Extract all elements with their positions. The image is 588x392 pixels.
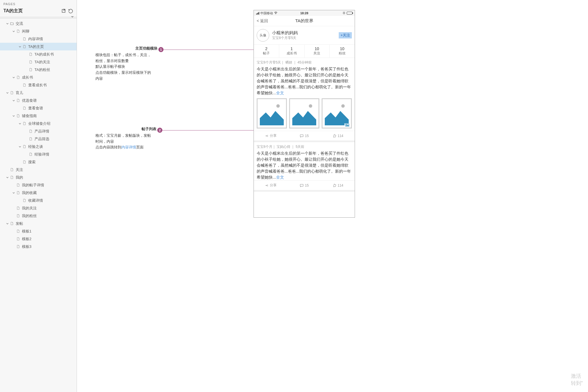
tree-item[interactable]: 我的关注 bbox=[0, 204, 77, 212]
tree-toggle-icon[interactable] bbox=[6, 222, 9, 225]
comment-button[interactable]: 15 bbox=[287, 131, 321, 140]
tree-item[interactable]: 查看成长书 bbox=[0, 81, 77, 89]
thumbnail[interactable] bbox=[257, 98, 287, 128]
tree-item[interactable]: 发帖 bbox=[0, 220, 77, 227]
tree-item[interactable]: 我的 bbox=[0, 173, 77, 181]
tree-item[interactable]: TA的主页 bbox=[0, 43, 77, 50]
tree-item[interactable]: 收藏详情 bbox=[0, 197, 77, 204]
signal-icon bbox=[256, 12, 259, 15]
tree-item[interactable]: 产品详情 bbox=[0, 127, 77, 135]
like-button[interactable]: 114 bbox=[321, 131, 355, 140]
tree-item-label: TA的关注 bbox=[34, 60, 50, 65]
tree-item[interactable]: 模板3 bbox=[0, 243, 77, 250]
share-button[interactable]: 分享 bbox=[254, 131, 287, 140]
read-more-link[interactable]: 全文 bbox=[276, 91, 284, 95]
tree-toggle-icon[interactable] bbox=[18, 45, 22, 48]
tree-item[interactable]: 育儿 bbox=[0, 89, 77, 97]
tree-toggle-icon bbox=[24, 153, 28, 156]
tree-item[interactable]: 模板1 bbox=[0, 227, 77, 235]
tree-toggle-icon[interactable] bbox=[12, 191, 15, 195]
segment-tab[interactable]: 2帖子 bbox=[254, 45, 279, 58]
share-button[interactable]: 分享 bbox=[254, 181, 287, 190]
tree-item-label: 模板3 bbox=[22, 244, 31, 249]
tree-item[interactable]: 闲聊 bbox=[0, 27, 77, 35]
tree-toggle-icon[interactable] bbox=[6, 176, 9, 179]
page-icon bbox=[16, 183, 20, 187]
page-icon bbox=[16, 29, 20, 33]
tree-item[interactable]: 我的帖子详情 bbox=[0, 181, 77, 189]
tree-item[interactable]: 关注 bbox=[0, 166, 77, 173]
tree-toggle-icon[interactable] bbox=[18, 122, 22, 125]
tree-item-label: 成长书 bbox=[22, 75, 33, 80]
tree-item[interactable]: 我的收藏 bbox=[0, 189, 77, 197]
refresh-icon[interactable] bbox=[68, 9, 73, 14]
page-icon bbox=[29, 152, 33, 156]
profile-section: 头像 小糯米的妈妈 宝宝8个月零5天 +关注 bbox=[254, 26, 355, 45]
read-more-link[interactable]: 全文 bbox=[276, 175, 284, 179]
phone-mockup: 中国移动 18:28 < 返回 TA的世界 头像 bbox=[254, 10, 355, 218]
thumbnail[interactable] bbox=[322, 98, 352, 128]
watermark: 激活 转到" bbox=[571, 373, 583, 387]
tree-item[interactable]: 经验之谈 bbox=[0, 143, 77, 150]
tree-item[interactable]: TA的粉丝 bbox=[0, 66, 77, 74]
tab-label: 关注 bbox=[305, 51, 330, 56]
page-icon bbox=[16, 99, 20, 103]
page-icon bbox=[16, 245, 20, 249]
tree-item-label: 发帖 bbox=[16, 221, 23, 226]
comment-button[interactable]: 15 bbox=[287, 181, 321, 190]
annotation-link[interactable]: 内容详情 bbox=[121, 145, 136, 149]
tree-item-label: 交流 bbox=[16, 21, 23, 26]
tree-toggle-icon[interactable] bbox=[12, 30, 15, 33]
tree-toggle-icon[interactable] bbox=[12, 99, 15, 102]
share-icon[interactable] bbox=[61, 9, 66, 14]
tree-item-label: 我的粉丝 bbox=[22, 213, 37, 219]
segment-tab[interactable]: 10粉丝 bbox=[330, 45, 355, 58]
tree-item[interactable]: 搜索 bbox=[0, 158, 77, 166]
tree-toggle-icon[interactable] bbox=[18, 145, 22, 148]
tree-item[interactable]: 我的粉丝 bbox=[0, 212, 77, 220]
tree-item[interactable]: 产品筛选 bbox=[0, 135, 77, 143]
tree-item[interactable]: TA的成长书 bbox=[0, 50, 77, 58]
tree-item-label: 我的 bbox=[16, 175, 23, 180]
tree-toggle-icon bbox=[18, 107, 22, 110]
tree-item[interactable]: 交流 bbox=[0, 20, 77, 27]
back-button[interactable]: < 返回 bbox=[257, 19, 268, 24]
tree-item[interactable]: 全球辅食介绍 bbox=[0, 120, 77, 127]
canvas[interactable]: 1 主页功能模块 模块包括：帖子，成长书，关注， 粉丝，显示对应数量 默认显示帖… bbox=[77, 0, 588, 392]
like-button[interactable]: 114 bbox=[321, 181, 355, 190]
page-icon bbox=[10, 168, 14, 172]
post-item[interactable]: 宝宝8个月零5天｜ 晒娃 ｜ 45分钟前今天是小糯米出生后的第一个新年，爸爸买了… bbox=[254, 58, 355, 142]
tab-label: 粉丝 bbox=[330, 51, 355, 56]
wifi-icon bbox=[274, 11, 277, 15]
page-tree[interactable]: 交流闲聊内容详情TA的主页TA的成长书TA的关注TA的粉丝成长书查看成长书育儿优… bbox=[0, 19, 77, 392]
page-icon bbox=[10, 91, 14, 95]
tree-toggle-icon[interactable] bbox=[12, 76, 15, 79]
tree-item[interactable]: 内容详情 bbox=[0, 35, 77, 43]
segment-tab[interactable]: 10关注 bbox=[305, 45, 330, 58]
tree-item[interactable]: 查看食谱 bbox=[0, 104, 77, 112]
tree-toggle-icon bbox=[24, 68, 28, 72]
tree-toggle-icon[interactable] bbox=[6, 22, 9, 25]
tree-item-label: 模板2 bbox=[22, 236, 31, 242]
tree-toggle-icon[interactable] bbox=[12, 114, 15, 118]
tab-count: 10 bbox=[330, 46, 355, 51]
tree-item[interactable]: 成长书 bbox=[0, 74, 77, 81]
profile-sub: 宝宝8个月零5天 bbox=[272, 36, 339, 40]
tree-item[interactable]: TA的关注 bbox=[0, 58, 77, 66]
avatar[interactable]: 头像 bbox=[257, 29, 269, 42]
tree-toggle-icon[interactable] bbox=[6, 91, 9, 95]
segment-tab[interactable]: 1成长书 bbox=[279, 45, 305, 58]
page-icon bbox=[10, 222, 14, 226]
tree-item[interactable]: 辅食指南 bbox=[0, 112, 77, 120]
tree-item[interactable]: 经验详情 bbox=[0, 150, 77, 158]
follow-button[interactable]: +关注 bbox=[339, 32, 352, 38]
tree-item-label: 关注 bbox=[16, 167, 23, 172]
annotation-1-title: 主页功能模块 bbox=[95, 46, 158, 52]
tree-item[interactable]: 优选食谱 bbox=[0, 97, 77, 104]
tree-item[interactable]: 模板2 bbox=[0, 235, 77, 243]
page-icon bbox=[16, 237, 20, 241]
page-icon bbox=[29, 52, 33, 56]
thumbnail[interactable] bbox=[289, 98, 319, 128]
tree-divider[interactable] bbox=[0, 17, 77, 19]
post-item[interactable]: 宝宝8个月｜ 宝妈心得 ｜ 5天前今天是小糯米出生后的第一个新年，爸爸买了件红色… bbox=[254, 142, 355, 192]
